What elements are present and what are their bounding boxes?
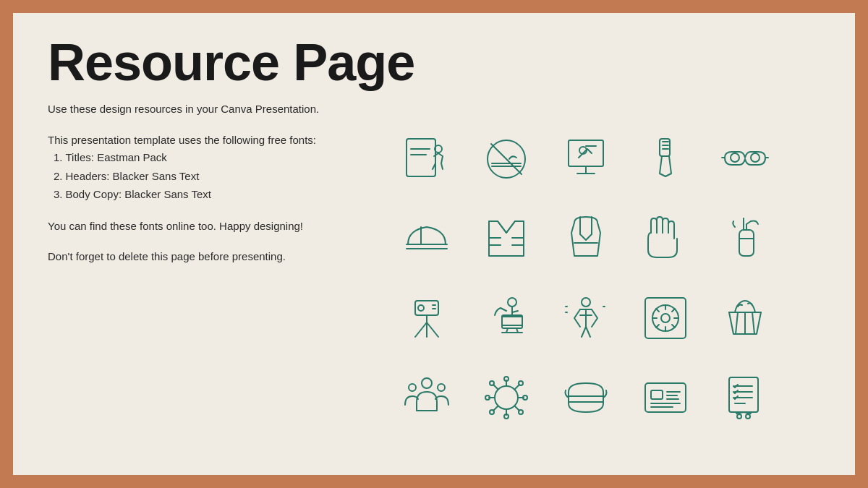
icon-tripod bbox=[391, 282, 463, 354]
svg-line-81 bbox=[515, 385, 519, 389]
svg-line-64 bbox=[752, 312, 754, 334]
icon-face-mask bbox=[550, 361, 622, 434]
page-title: Resource Page bbox=[48, 36, 820, 88]
icon-id-card bbox=[629, 361, 702, 434]
svg-point-20 bbox=[751, 153, 760, 162]
svg-line-77 bbox=[493, 385, 498, 389]
icon-safety-harness bbox=[550, 202, 622, 275]
font-list: Titles: Eastman Pack Headers: Blacker Sa… bbox=[48, 148, 323, 204]
svg-point-78 bbox=[490, 381, 494, 385]
icon-no-smoking bbox=[470, 123, 542, 195]
svg-rect-29 bbox=[739, 230, 754, 256]
icon-saw-blade bbox=[629, 282, 702, 354]
svg-point-80 bbox=[519, 410, 523, 414]
svg-line-60 bbox=[656, 325, 659, 328]
icon-fire-extinguisher bbox=[709, 202, 781, 275]
svg-point-99 bbox=[737, 414, 741, 419]
svg-rect-50 bbox=[645, 298, 686, 338]
content-area: Use these design resources in your Canva… bbox=[48, 101, 820, 455]
inner-page: Resource Page Use these design resources… bbox=[13, 13, 855, 475]
svg-point-46 bbox=[582, 298, 590, 307]
svg-rect-45 bbox=[502, 317, 522, 325]
icon-safety-vest bbox=[470, 202, 542, 275]
icon-grid bbox=[391, 123, 781, 434]
svg-point-76 bbox=[523, 395, 527, 400]
svg-line-58 bbox=[672, 325, 675, 328]
fonts-section: This presentation template uses the foll… bbox=[48, 132, 323, 204]
svg-point-67 bbox=[438, 384, 445, 391]
right-panel bbox=[352, 101, 820, 455]
svg-line-59 bbox=[672, 309, 675, 312]
intro-text: Use these design resources in your Canva… bbox=[48, 101, 323, 118]
svg-point-70 bbox=[504, 377, 509, 381]
icon-presentation bbox=[550, 123, 622, 195]
delete-note: Don't forget to delete this page before … bbox=[48, 249, 323, 265]
icon-basket bbox=[709, 282, 781, 354]
svg-point-84 bbox=[490, 410, 494, 414]
svg-point-68 bbox=[495, 386, 518, 409]
svg-line-83 bbox=[493, 406, 498, 411]
icon-group-people bbox=[391, 361, 463, 434]
svg-line-57 bbox=[656, 309, 659, 312]
svg-point-72 bbox=[504, 414, 509, 419]
icon-virus bbox=[470, 361, 542, 434]
left-panel: Use these design resources in your Canva… bbox=[48, 101, 323, 455]
svg-rect-88 bbox=[651, 390, 663, 399]
svg-point-66 bbox=[409, 384, 416, 391]
template-note: This presentation template uses the foll… bbox=[48, 132, 323, 149]
svg-point-74 bbox=[485, 395, 490, 400]
svg-point-65 bbox=[422, 378, 432, 388]
svg-rect-94 bbox=[729, 377, 758, 412]
icon-safety-gloves bbox=[629, 202, 702, 275]
svg-point-37 bbox=[418, 305, 424, 311]
svg-point-40 bbox=[508, 298, 516, 307]
font-item-2: Headers: Blacker Sans Text bbox=[54, 167, 323, 186]
svg-rect-0 bbox=[407, 139, 435, 176]
svg-point-82 bbox=[519, 381, 523, 385]
font-item-1: Titles: Eastman Pack bbox=[54, 148, 323, 167]
icon-safety-goggles bbox=[709, 123, 781, 195]
svg-line-63 bbox=[736, 312, 738, 334]
outer-border: Resource Page Use these design resources… bbox=[0, 0, 868, 488]
svg-point-19 bbox=[731, 153, 739, 162]
icon-screwdriver bbox=[629, 123, 702, 195]
icon-checklist bbox=[709, 361, 781, 434]
icon-document-runner bbox=[391, 123, 463, 195]
svg-line-7 bbox=[491, 144, 522, 174]
fonts-note: You can find these fonts online too. Hap… bbox=[48, 218, 323, 235]
svg-line-79 bbox=[515, 406, 519, 411]
icon-hard-hat bbox=[391, 202, 463, 275]
svg-line-35 bbox=[427, 322, 438, 337]
icon-accident bbox=[550, 282, 622, 354]
svg-line-34 bbox=[415, 322, 427, 337]
svg-point-52 bbox=[661, 314, 670, 322]
font-item-3: Body Copy: Blacker Sans Text bbox=[54, 185, 323, 204]
svg-point-100 bbox=[746, 414, 750, 419]
icon-person-desk bbox=[470, 282, 542, 354]
